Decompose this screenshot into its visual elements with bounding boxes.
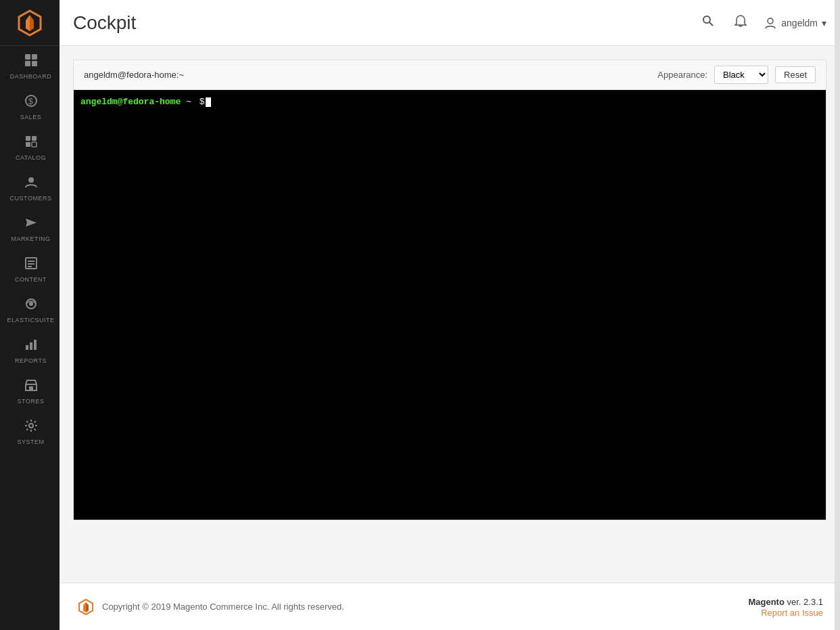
svg-point-28 xyxy=(768,18,773,24)
svg-rect-17 xyxy=(28,263,34,265)
prompt-tilde: ~ xyxy=(186,97,191,107)
svg-point-13 xyxy=(28,177,34,183)
notifications-button[interactable] xyxy=(731,12,750,34)
svg-rect-3 xyxy=(25,54,30,60)
header-actions: angeldm ▾ xyxy=(699,12,826,34)
right-scrollbar xyxy=(835,0,840,630)
terminal-cursor xyxy=(206,97,211,107)
sidebar-item-customers[interactable]: CUSTOMERS xyxy=(0,168,60,208)
svg-rect-21 xyxy=(26,345,28,350)
customers-icon xyxy=(24,175,39,193)
svg-point-26 xyxy=(29,424,33,428)
svg-marker-31 xyxy=(86,602,89,612)
svg-rect-10 xyxy=(32,136,37,141)
appearance-label: Appearance: xyxy=(657,70,707,80)
svg-marker-30 xyxy=(83,602,86,612)
svg-rect-16 xyxy=(28,261,34,262)
sidebar-item-system-label: SYSTEM xyxy=(17,438,44,445)
page-title: Cockpit xyxy=(73,12,136,34)
svg-text:$: $ xyxy=(28,97,33,106)
footer-copyright: Copyright © 2019 Magento Commerce Inc. A… xyxy=(102,602,344,612)
sidebar-item-reports[interactable]: REPORTS xyxy=(0,330,60,371)
sidebar-item-catalog-label: CATALOG xyxy=(16,154,46,161)
terminal-prompt: angeldm@fedora-home ~ $ xyxy=(80,97,819,107)
content-area: angeldm@fedora-home:~ Appearance: Black … xyxy=(60,46,840,583)
terminal-controls: Appearance: Black White Reset xyxy=(657,66,816,84)
content-icon xyxy=(24,256,39,274)
sidebar-nav: DASHBOARD $ SALES CATALOG xyxy=(0,46,60,630)
main-content: Cockpit angeldm ▾ xyxy=(60,0,840,630)
footer-magento-label: Magento ver. 2.3.1 xyxy=(748,597,823,607)
elasticsuite-icon xyxy=(24,296,39,315)
sidebar-item-dashboard-label: DASHBOARD xyxy=(10,73,52,80)
reset-button[interactable]: Reset xyxy=(775,66,816,83)
user-icon xyxy=(764,16,777,30)
search-button[interactable] xyxy=(699,12,718,34)
magento-logo-icon xyxy=(15,8,45,38)
prompt-separator xyxy=(181,97,186,107)
svg-rect-25 xyxy=(29,386,33,390)
svg-rect-12 xyxy=(32,142,37,147)
sidebar-item-reports-label: REPORTS xyxy=(15,357,47,364)
user-name: angeldm xyxy=(781,18,818,28)
bell-icon xyxy=(734,14,747,28)
sidebar-item-stores-label: STORES xyxy=(18,398,45,405)
sidebar-logo xyxy=(0,0,60,46)
catalog-icon xyxy=(24,134,39,152)
prompt-user: angeldm@fedora-home xyxy=(80,97,181,107)
prompt-dollar: $ xyxy=(194,97,205,107)
sidebar-item-content-label: CONTENT xyxy=(15,276,47,283)
reports-icon xyxy=(24,337,39,355)
sidebar-item-system[interactable]: SYSTEM xyxy=(0,411,60,452)
svg-rect-9 xyxy=(26,136,30,141)
top-header: Cockpit angeldm ▾ xyxy=(60,0,840,46)
stores-icon xyxy=(24,378,39,396)
sidebar-item-elasticsuite[interactable]: ELASTICSUITE xyxy=(0,290,60,330)
svg-rect-5 xyxy=(25,61,30,66)
svg-rect-22 xyxy=(30,342,32,350)
appearance-select[interactable]: Black White xyxy=(714,66,768,84)
sidebar: DASHBOARD $ SALES CATALOG xyxy=(0,0,60,630)
sales-icon: $ xyxy=(24,93,39,112)
terminal-title: angeldm@fedora-home:~ xyxy=(84,70,184,80)
sidebar-item-elasticsuite-label: ELASTICSUITE xyxy=(7,317,54,323)
marketing-icon xyxy=(24,215,39,233)
svg-point-27 xyxy=(703,16,710,23)
svg-rect-18 xyxy=(28,266,32,267)
sidebar-item-sales[interactable]: $ SALES xyxy=(0,87,60,127)
svg-marker-1 xyxy=(26,15,30,31)
dashboard-icon xyxy=(24,53,39,71)
sidebar-item-stores[interactable]: STORES xyxy=(0,371,60,411)
svg-point-20 xyxy=(29,302,33,306)
sidebar-item-marketing-label: MARKETING xyxy=(11,235,50,242)
terminal-screen[interactable]: angeldm@fedora-home ~ $ xyxy=(74,90,826,520)
search-icon xyxy=(701,14,715,28)
user-menu-button[interactable]: angeldm ▾ xyxy=(764,16,826,30)
svg-marker-14 xyxy=(26,219,37,227)
sidebar-item-dashboard[interactable]: DASHBOARD xyxy=(0,46,60,87)
sidebar-item-customers-label: CUSTOMERS xyxy=(10,195,52,202)
dropdown-arrow-icon: ▾ xyxy=(822,18,826,28)
terminal-wrapper: angeldm@fedora-home:~ Appearance: Black … xyxy=(73,60,826,520)
footer-right: Magento ver. 2.3.1 Report an Issue xyxy=(748,595,823,618)
footer-left: Copyright © 2019 Magento Commerce Inc. A… xyxy=(76,598,344,616)
terminal-toolbar: angeldm@fedora-home:~ Appearance: Black … xyxy=(74,60,826,90)
footer-magento-logo xyxy=(76,598,95,616)
sidebar-item-sales-label: SALES xyxy=(20,114,42,120)
sidebar-item-content[interactable]: CONTENT xyxy=(0,249,60,290)
svg-marker-2 xyxy=(30,15,34,31)
sidebar-item-catalog[interactable]: CATALOG xyxy=(0,127,60,168)
system-icon xyxy=(24,418,39,436)
svg-rect-6 xyxy=(32,61,37,66)
footer: Copyright © 2019 Magento Commerce Inc. A… xyxy=(60,583,840,630)
report-issue-link[interactable]: Report an Issue xyxy=(748,608,823,618)
svg-rect-23 xyxy=(34,340,37,350)
sidebar-item-marketing[interactable]: MARKETING xyxy=(0,208,60,249)
svg-rect-11 xyxy=(26,142,30,147)
svg-rect-4 xyxy=(32,54,37,60)
